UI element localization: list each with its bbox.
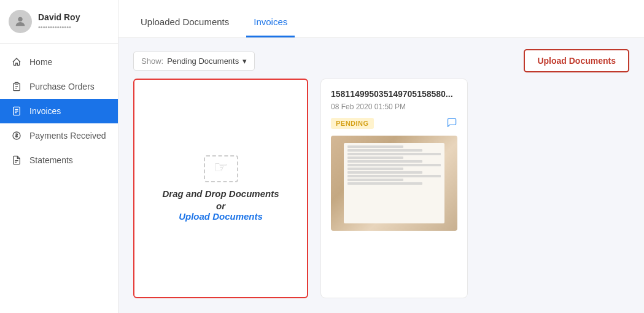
content-area: ☞ Drag and Drop Documents or Upload Docu… xyxy=(118,79,644,313)
status-badge: PENDING xyxy=(331,118,374,129)
drop-icon: ☞ xyxy=(204,155,238,176)
sidebar-nav: Home Purchase Orders Invoices Payments R… xyxy=(0,44,118,313)
tabs-bar: Uploaded Documents Invoices xyxy=(118,0,644,38)
sidebar-profile: David Roy •••••••••••••• xyxy=(0,0,118,44)
statements-icon xyxy=(11,155,22,166)
dashed-box: ☞ xyxy=(204,155,238,182)
document-id: 158114995035149705158580... xyxy=(331,89,457,99)
sidebar-item-purchase-orders-label: Purchase Orders xyxy=(29,82,95,91)
invoice-icon xyxy=(11,106,22,117)
tab-uploaded-documents[interactable]: Uploaded Documents xyxy=(133,8,236,37)
drop-text: Drag and Drop Documents xyxy=(162,187,279,201)
sidebar-item-payments-received-label: Payments Received xyxy=(29,131,106,141)
upload-documents-button[interactable]: Upload Documents xyxy=(524,49,629,72)
sidebar: David Roy •••••••••••••• Home Purchase O… xyxy=(0,0,118,313)
svg-point-0 xyxy=(18,17,22,21)
document-meta-row: PENDING xyxy=(331,117,457,129)
avatar xyxy=(9,10,32,33)
receipt-visual xyxy=(344,143,445,224)
profile-name: David Roy xyxy=(38,12,80,22)
chevron-down-icon: ▾ xyxy=(242,56,247,66)
tab-invoices[interactable]: Invoices xyxy=(246,8,295,37)
sidebar-item-home-label: Home xyxy=(29,57,52,67)
drop-zone[interactable]: ☞ Drag and Drop Documents or Upload Docu… xyxy=(133,79,308,298)
drop-or-text: or xyxy=(216,201,225,211)
sidebar-item-payments-received[interactable]: Payments Received xyxy=(0,123,118,148)
circle-dollar-icon xyxy=(11,130,22,141)
main-content: Uploaded Documents Invoices Show: Pendin… xyxy=(118,0,644,313)
sidebar-item-purchase-orders[interactable]: Purchase Orders xyxy=(0,74,118,99)
sidebar-item-statements-label: Statements xyxy=(29,155,73,165)
drop-upload-link[interactable]: Upload Documents xyxy=(179,211,263,222)
show-label: Show: xyxy=(141,56,163,66)
document-date: 08 Feb 2020 01:50 PM xyxy=(331,102,457,111)
clipboard-icon xyxy=(11,81,22,92)
document-card: 158114995035149705158580... 08 Feb 2020 … xyxy=(320,79,468,298)
sidebar-item-home[interactable]: Home xyxy=(0,50,118,74)
svg-rect-1 xyxy=(15,82,18,84)
house-icon xyxy=(11,56,22,68)
sidebar-item-invoices[interactable]: Invoices xyxy=(0,99,118,123)
document-thumbnail xyxy=(331,136,457,231)
hand-pointer-icon: ☞ xyxy=(214,158,228,177)
sidebar-item-invoices-label: Invoices xyxy=(29,106,61,116)
comment-icon[interactable] xyxy=(446,117,457,129)
sidebar-item-statements[interactable]: Statements xyxy=(0,148,118,172)
toolbar-row: Show: Pending Documents ▾ Upload Documen… xyxy=(118,38,644,79)
profile-email: •••••••••••••• xyxy=(38,23,80,31)
filter-value: Pending Documents xyxy=(167,56,239,66)
show-filter-dropdown[interactable]: Show: Pending Documents ▾ xyxy=(133,52,255,71)
